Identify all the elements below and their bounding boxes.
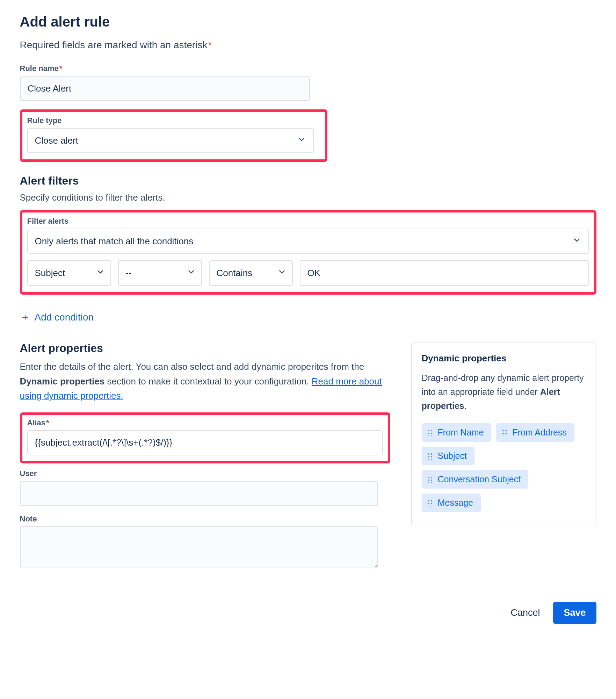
required-note-text: Required fields are marked with an aster…: [20, 39, 208, 50]
condition-op1-value: --: [126, 268, 132, 279]
condition-field-select[interactable]: Subject: [27, 260, 111, 286]
chip-from-address[interactable]: From Address: [496, 423, 574, 442]
properties-desc-mid: section to make it contextual to your co…: [104, 376, 312, 387]
required-note: Required fields are marked with an aster…: [20, 39, 596, 51]
chip-conversation-subject[interactable]: Conversation Subject: [422, 470, 529, 489]
filter-mode-value: Only alerts that match all the condition…: [35, 236, 194, 247]
grip-icon: [427, 453, 433, 460]
condition-row: Subject -- Contains OK: [27, 260, 589, 286]
grip-icon: [427, 476, 433, 483]
note-field: Note: [20, 514, 378, 570]
rule-type-label: Rule type: [27, 116, 320, 125]
dynamic-desc-post: .: [464, 401, 467, 411]
user-input[interactable]: [28, 482, 370, 505]
chip-label: From Address: [512, 427, 567, 438]
dynamic-desc: Drag-and-drop any dynamic alert property…: [422, 371, 586, 413]
alias-label-text: Alias: [27, 418, 46, 427]
chip-list: From Name From Address Subject Conversat…: [422, 423, 586, 512]
filter-highlight: Filter alerts Only alerts that match all…: [20, 210, 596, 295]
chevron-down-icon: [572, 236, 581, 247]
condition-op2-select[interactable]: Contains: [209, 260, 293, 286]
rule-type-select[interactable]: Close alert: [27, 128, 314, 153]
alias-label: Alias*: [27, 418, 383, 427]
rule-type-highlight: Rule type Close alert: [20, 109, 327, 162]
condition-op1-select[interactable]: --: [118, 260, 202, 286]
grip-icon: [502, 429, 507, 436]
condition-value-text: OK: [307, 268, 321, 279]
asterisk-icon: *: [208, 39, 212, 50]
alias-input-wrap: [27, 430, 383, 455]
chevron-down-icon: [297, 135, 306, 146]
rule-type-value: Close alert: [35, 135, 78, 146]
properties-desc-pre: Enter the details of the alert. You can …: [20, 361, 364, 372]
chip-label: Subject: [438, 451, 467, 461]
add-condition-label: Add condition: [35, 312, 94, 323]
condition-value-input[interactable]: OK: [300, 260, 589, 286]
properties-heading: Alert properties: [20, 342, 390, 355]
rule-name-label-text: Rule name: [20, 64, 59, 73]
filters-heading: Alert filters: [20, 174, 596, 187]
grip-icon: [427, 429, 433, 436]
rule-name-label: Rule name*: [20, 64, 310, 73]
footer: Cancel Save: [20, 602, 596, 624]
chevron-down-icon: [96, 267, 105, 279]
asterisk-icon: *: [46, 418, 49, 427]
rule-name-input-wrap: [20, 76, 310, 101]
properties-desc-bold: Dynamic properties: [20, 376, 105, 387]
chevron-down-icon: [187, 267, 196, 279]
chip-from-name[interactable]: From Name: [422, 423, 492, 442]
user-label: User: [20, 469, 378, 478]
properties-desc: Enter the details of the alert. You can …: [20, 360, 390, 403]
save-button[interactable]: Save: [553, 602, 596, 624]
rule-name-field: Rule name*: [20, 64, 310, 101]
condition-field-value: Subject: [35, 268, 65, 279]
filter-label: Filter alerts: [27, 217, 589, 226]
chip-subject[interactable]: Subject: [422, 447, 474, 465]
filter-mode-select[interactable]: Only alerts that match all the condition…: [27, 229, 589, 254]
note-textarea[interactable]: [20, 526, 378, 568]
cancel-button[interactable]: Cancel: [506, 602, 544, 624]
alias-highlight: Alias*: [20, 412, 390, 463]
rule-name-input[interactable]: [28, 77, 302, 100]
chip-message[interactable]: Message: [422, 493, 481, 512]
grip-icon: [427, 499, 433, 506]
dynamic-heading: Dynamic properties: [422, 353, 586, 364]
dynamic-panel: Dynamic properties Drag-and-drop any dyn…: [411, 342, 596, 525]
asterisk-icon: *: [59, 64, 63, 73]
plus-icon: ＋: [20, 310, 30, 324]
chip-label: Conversation Subject: [438, 474, 521, 484]
chip-label: Message: [438, 498, 473, 508]
user-input-wrap: [20, 481, 378, 506]
alias-input[interactable]: [35, 431, 375, 455]
add-condition-button[interactable]: ＋ Add condition: [20, 310, 94, 324]
chevron-down-icon: [277, 267, 287, 279]
chip-label: From Name: [438, 427, 484, 438]
filters-desc: Specify conditions to filter the alerts.: [20, 192, 596, 203]
page-title: Add alert rule: [20, 14, 596, 30]
condition-op2-value: Contains: [217, 268, 253, 279]
user-field: User: [20, 469, 378, 506]
note-label: Note: [20, 514, 378, 524]
